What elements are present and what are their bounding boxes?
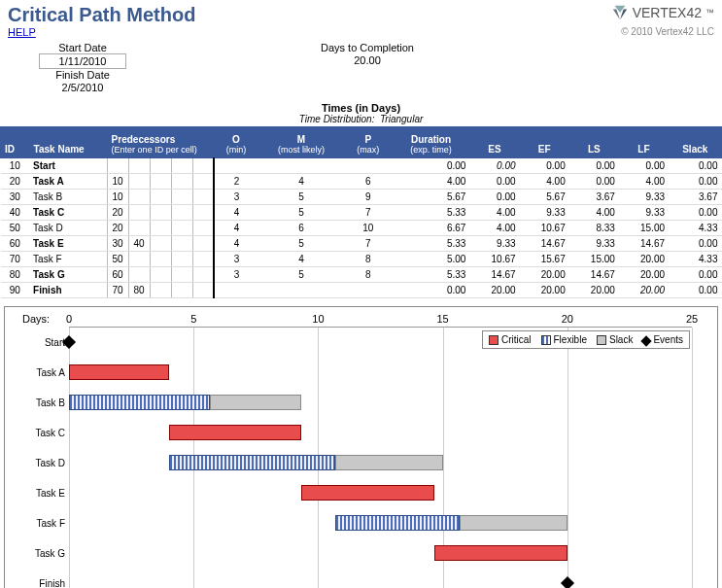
cell-pred[interactable] xyxy=(192,267,214,283)
cell-pred[interactable]: 40 xyxy=(128,236,150,252)
cell-pred[interactable] xyxy=(171,283,192,298)
cell-p[interactable]: 8 xyxy=(344,267,393,283)
cell-pred[interactable] xyxy=(128,205,150,221)
cell-m[interactable]: 6 xyxy=(258,221,344,236)
cell-p[interactable]: 7 xyxy=(344,236,393,252)
table-row[interactable]: 60Task E30404575.339.3314.679.3314.670.0… xyxy=(1,236,722,252)
cell-pred[interactable]: 20 xyxy=(107,221,128,236)
cell-pred[interactable]: 10 xyxy=(107,190,128,205)
cell-pred[interactable] xyxy=(171,174,192,190)
cell-o[interactable]: 3 xyxy=(214,267,258,283)
cell-pred[interactable] xyxy=(192,283,214,298)
cell-p[interactable]: 8 xyxy=(344,252,393,267)
cell-m[interactable]: 4 xyxy=(258,174,344,190)
cell-pred[interactable]: 60 xyxy=(107,267,128,283)
cell-name[interactable]: Task C xyxy=(29,205,107,221)
cell-m[interactable]: 5 xyxy=(258,205,344,221)
cell-pred[interactable] xyxy=(128,221,150,236)
cell-id[interactable]: 90 xyxy=(1,283,30,298)
cell-pred[interactable] xyxy=(150,205,171,221)
cell-pred[interactable]: 30 xyxy=(107,236,128,252)
cell-o[interactable] xyxy=(214,283,258,298)
cell-pred[interactable] xyxy=(150,252,171,267)
cell-o[interactable]: 2 xyxy=(214,174,258,190)
cell-pred[interactable] xyxy=(107,158,128,174)
cell-pred[interactable] xyxy=(128,190,150,205)
cell-id[interactable]: 40 xyxy=(1,205,30,221)
cell-id[interactable]: 30 xyxy=(1,190,30,205)
table-row[interactable]: 40Task C204575.334.009.334.009.330.00 xyxy=(1,205,722,221)
cell-p[interactable]: 7 xyxy=(344,205,393,221)
cell-m[interactable]: 5 xyxy=(258,190,344,205)
cell-p[interactable]: 10 xyxy=(344,221,393,236)
cell-m[interactable] xyxy=(258,283,344,298)
cell-p[interactable] xyxy=(344,158,393,174)
cell-name[interactable]: Task B xyxy=(29,190,107,205)
cell-pred[interactable] xyxy=(150,190,171,205)
cell-pred[interactable] xyxy=(171,221,192,236)
table-row[interactable]: 30Task B103595.670.005.673.679.333.67 xyxy=(1,190,722,205)
cell-pred[interactable] xyxy=(171,267,192,283)
cell-name[interactable]: Task D xyxy=(29,221,107,236)
cell-pred[interactable] xyxy=(192,158,214,174)
cell-name[interactable]: Task A xyxy=(29,174,107,190)
cell-pred[interactable] xyxy=(128,174,150,190)
cell-name[interactable]: Task F xyxy=(29,252,107,267)
cell-m[interactable] xyxy=(258,158,344,174)
cell-m[interactable]: 4 xyxy=(258,252,344,267)
cell-pred[interactable] xyxy=(171,190,192,205)
cell-m[interactable]: 5 xyxy=(258,236,344,252)
cell-pred[interactable] xyxy=(192,236,214,252)
cell-p[interactable]: 9 xyxy=(344,190,393,205)
cell-pred[interactable] xyxy=(171,252,192,267)
cell-name[interactable]: Finish xyxy=(29,283,107,298)
cell-id[interactable]: 20 xyxy=(1,174,30,190)
cell-pred[interactable] xyxy=(128,267,150,283)
cell-pred[interactable] xyxy=(150,267,171,283)
cell-pred[interactable] xyxy=(171,236,192,252)
cell-pred[interactable] xyxy=(150,283,171,298)
cell-o[interactable]: 4 xyxy=(214,236,258,252)
cell-o[interactable]: 4 xyxy=(214,205,258,221)
cell-o[interactable] xyxy=(214,158,258,174)
table-row[interactable]: 20Task A102464.000.004.000.004.000.00 xyxy=(1,174,722,190)
cell-pred[interactable]: 20 xyxy=(107,205,128,221)
cell-pred[interactable] xyxy=(192,252,214,267)
cell-name[interactable]: Start xyxy=(29,158,107,174)
cell-name[interactable]: Task E xyxy=(29,236,107,252)
cell-pred[interactable] xyxy=(192,205,214,221)
cell-id[interactable]: 10 xyxy=(1,158,30,174)
table-row[interactable]: 10Start0.000.000.000.000.000.00 xyxy=(1,158,722,174)
table-row[interactable]: 70Task F503485.0010.6715.6715.0020.004.3… xyxy=(1,252,722,267)
cell-p[interactable] xyxy=(344,283,393,298)
cell-pred[interactable] xyxy=(192,190,214,205)
cell-pred[interactable] xyxy=(171,205,192,221)
cell-pred[interactable] xyxy=(128,252,150,267)
help-link[interactable]: HELP xyxy=(0,26,44,38)
table-row[interactable]: 90Finish70800.0020.0020.0020.0020.000.00 xyxy=(1,283,722,298)
cell-p[interactable]: 6 xyxy=(344,174,393,190)
cell-pred[interactable] xyxy=(150,158,171,174)
cell-pred[interactable]: 80 xyxy=(128,283,150,298)
cell-pred[interactable] xyxy=(150,236,171,252)
cell-o[interactable]: 4 xyxy=(214,221,258,236)
cell-o[interactable]: 3 xyxy=(214,252,258,267)
cell-pred[interactable] xyxy=(128,158,150,174)
cell-m[interactable]: 5 xyxy=(258,267,344,283)
start-date-value[interactable]: 1/11/2010 xyxy=(39,53,126,69)
cell-pred[interactable] xyxy=(150,221,171,236)
cell-o[interactable]: 3 xyxy=(214,190,258,205)
cell-pred[interactable]: 10 xyxy=(107,174,128,190)
cell-pred[interactable]: 70 xyxy=(107,283,128,298)
cell-name[interactable]: Task G xyxy=(29,267,107,283)
cell-id[interactable]: 70 xyxy=(1,252,30,267)
table-row[interactable]: 50Task D2046106.674.0010.678.3315.004.33 xyxy=(1,221,722,236)
table-row[interactable]: 80Task G603585.3314.6720.0014.6720.000.0… xyxy=(1,267,722,283)
cell-id[interactable]: 50 xyxy=(1,221,30,236)
cell-id[interactable]: 80 xyxy=(1,267,30,283)
cell-pred[interactable] xyxy=(171,158,192,174)
cell-pred[interactable] xyxy=(192,221,214,236)
cell-pred[interactable]: 50 xyxy=(107,252,128,267)
cell-id[interactable]: 60 xyxy=(1,236,30,252)
cell-pred[interactable] xyxy=(150,174,171,190)
